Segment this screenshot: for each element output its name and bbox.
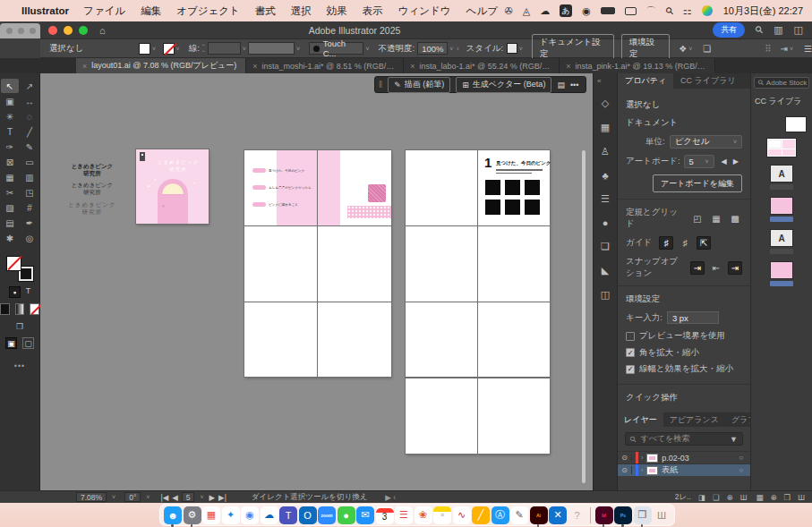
library-delete-icon[interactable]: Ш bbox=[798, 493, 805, 502]
isolate-icon[interactable]: ❖ bbox=[679, 44, 687, 54]
artboard-blank[interactable] bbox=[406, 378, 477, 454]
control-menu-icon[interactable]: ☰ bbox=[804, 44, 812, 54]
mockup-icon[interactable]: ▤ bbox=[557, 81, 565, 89]
visibility-eye-icon[interactable]: ⊙ bbox=[618, 454, 632, 462]
notes-icon[interactable]: ≡ bbox=[433, 506, 451, 524]
artboard-dropdown[interactable]: 5˅ bbox=[684, 155, 714, 168]
prev-artboard-icon[interactable]: ◀ bbox=[722, 157, 727, 166]
hand-tool[interactable]: ✱ bbox=[1, 231, 19, 245]
visibility-eye-icon[interactable]: ⊙ bbox=[618, 466, 632, 474]
menu-item[interactable]: 選択 bbox=[291, 4, 312, 18]
symbol-tool[interactable]: ▤ bbox=[1, 216, 19, 230]
gradient-button[interactable] bbox=[15, 303, 25, 315]
panel-shapes-icon[interactable]: ♣ bbox=[602, 170, 608, 181]
scratch-text[interactable]: ときめきピンク 研究所 bbox=[56, 182, 128, 196]
export-icon[interactable]: ❏ bbox=[703, 44, 711, 54]
artboard-blank[interactable] bbox=[318, 226, 391, 302]
finder-icon[interactable]: ☻ bbox=[164, 506, 182, 524]
screen-mode-icon[interactable]: ▢ bbox=[22, 337, 34, 349]
artboard-blank[interactable] bbox=[244, 226, 318, 302]
panel-pattern-icon[interactable]: ▦ bbox=[601, 122, 610, 133]
search-icon[interactable]: ⚲ bbox=[662, 4, 676, 18]
fill-stroke-indicator[interactable] bbox=[6, 256, 33, 281]
line-tool[interactable]: ╱ bbox=[21, 124, 38, 139]
hint-expand-icon[interactable]: ▶ ‹ bbox=[385, 493, 396, 502]
artboard-blank[interactable] bbox=[318, 302, 391, 377]
texteditor-icon[interactable]: ✎ bbox=[510, 506, 528, 524]
artboard-blank[interactable] bbox=[478, 302, 550, 377]
taskbar-more-button[interactable]: ••• bbox=[570, 81, 578, 89]
draw-mode-icon[interactable]: ❐ bbox=[14, 320, 26, 332]
document-tab[interactable]: ×layout01.ai @ 7.08 % (RGB/プレビュー) bbox=[76, 58, 246, 73]
safari-icon[interactable]: ✦ bbox=[222, 506, 240, 524]
direct-selection-tool[interactable]: ↗ bbox=[21, 79, 38, 93]
library-item[interactable]: A bbox=[770, 229, 793, 254]
artboard-blank[interactable] bbox=[406, 226, 477, 302]
free-transform-tool[interactable]: ◳ bbox=[21, 185, 38, 200]
fill-color-swatch[interactable] bbox=[139, 43, 150, 55]
edit-toolbar-button[interactable]: ••• bbox=[0, 361, 39, 370]
layer-name[interactable]: 表紙 bbox=[662, 464, 678, 476]
cloud-icon[interactable]: ☁ bbox=[540, 5, 550, 17]
library-item[interactable] bbox=[770, 197, 793, 222]
tab-appearance[interactable]: アピアランス bbox=[663, 412, 725, 427]
taskbar-drag-handle[interactable]: ‖ bbox=[379, 80, 382, 89]
stroke-weight-dropdown[interactable] bbox=[208, 42, 241, 55]
teams-icon[interactable]: T bbox=[279, 506, 297, 524]
panel-lines-icon[interactable]: ☰ bbox=[601, 193, 610, 205]
freeform-icon[interactable]: ∿ bbox=[453, 506, 471, 524]
edit-artboards-button[interactable]: アートボードを編集 bbox=[653, 174, 742, 192]
grid-icon[interactable]: ▦ bbox=[709, 212, 723, 225]
calendar-icon[interactable]: 3 bbox=[376, 506, 394, 524]
battery-icon[interactable] bbox=[601, 7, 615, 14]
menu-item[interactable]: ファイル bbox=[83, 4, 125, 18]
artboard-p02[interactable]: 見つけた、今日のピンクもしも〇〇がピンクだったらピンクに関すること bbox=[244, 150, 318, 225]
type-tool[interactable]: T bbox=[1, 124, 19, 139]
brush-tool[interactable]: ✑ bbox=[1, 140, 19, 154]
target-circle-icon[interactable]: ○ bbox=[739, 454, 743, 462]
preference-checkbox[interactable]: プレビュー境界を使用 bbox=[626, 330, 742, 342]
missing-app-icon[interactable]: ? bbox=[568, 506, 586, 524]
library-sync-icon[interactable]: ❒ bbox=[784, 493, 791, 502]
layers-search-input[interactable]: ⚲ すべてを検索 ▼ bbox=[625, 432, 743, 446]
menu-item[interactable]: オブジェクト bbox=[176, 4, 240, 18]
shaper-tool[interactable]: ⊠ bbox=[1, 155, 19, 169]
pink-square-graphic[interactable] bbox=[368, 184, 386, 202]
align-glyph-icon[interactable]: ⇥ bbox=[781, 44, 788, 54]
stroke-color-swatch[interactable] bbox=[163, 43, 175, 55]
zoom-level-dropdown[interactable]: 7.08% bbox=[76, 492, 107, 502]
smart-guides-icon[interactable]: ⇱ bbox=[697, 236, 711, 250]
lasso-tool[interactable]: ◌ bbox=[21, 109, 38, 123]
rotation-dropdown[interactable]: 0° bbox=[124, 492, 141, 502]
document-tab[interactable]: ×insta_pink-1.ai* @ 19.13 % (RGB/… bbox=[560, 58, 714, 73]
scratch-text-variants[interactable]: ときめきピンク 研究所ときめきピンク 研究所ときめきピンク 研究所 bbox=[56, 163, 128, 220]
panel-trace-icon[interactable]: ◫ bbox=[601, 289, 610, 301]
trash-icon[interactable]: Ш bbox=[653, 506, 671, 524]
onedrive-icon[interactable]: ☁ bbox=[261, 506, 278, 524]
indesign-icon[interactable]: Id bbox=[595, 506, 613, 524]
artboard-blank[interactable] bbox=[406, 302, 477, 377]
layer-row[interactable]: ⊙›p.02-03○ bbox=[618, 451, 750, 463]
layer-name[interactable]: p.02-03 bbox=[662, 454, 689, 463]
last-artboard-icon[interactable]: ▶| bbox=[218, 493, 227, 502]
expand-layer-icon[interactable]: › bbox=[641, 467, 643, 473]
next-artboard-icon[interactable]: ▶ bbox=[209, 493, 216, 502]
door-illustration[interactable]: ♥ bbox=[158, 179, 188, 224]
drive-icon[interactable]: ◬ bbox=[523, 5, 530, 17]
unit-dropdown[interactable]: ピクセル˅ bbox=[670, 135, 742, 149]
rectangle-tool[interactable]: ▭ bbox=[21, 155, 38, 169]
width-tool[interactable]: ↔ bbox=[21, 94, 38, 108]
panel-artboard-icon[interactable]: ◣ bbox=[602, 265, 609, 276]
panel-export-icon[interactable]: ❏ bbox=[601, 241, 610, 252]
collapse-panels-icon[interactable]: « bbox=[597, 77, 601, 85]
library-item[interactable] bbox=[785, 116, 807, 132]
input-ja-icon[interactable]: あ bbox=[560, 4, 572, 17]
pencil-tool[interactable]: ✎ bbox=[21, 140, 38, 154]
tab-layers[interactable]: レイヤー bbox=[618, 412, 663, 427]
menu-item[interactable]: 書式 bbox=[255, 4, 276, 18]
tab-cc-libraries[interactable]: CC ライブラリ bbox=[673, 73, 743, 89]
scissors-tool[interactable]: ✂ bbox=[1, 185, 19, 200]
keyboard-increment-input[interactable]: 3 px bbox=[667, 311, 719, 324]
library-item[interactable] bbox=[766, 138, 797, 157]
prev-artboard-icon[interactable]: ◀ bbox=[172, 493, 178, 502]
